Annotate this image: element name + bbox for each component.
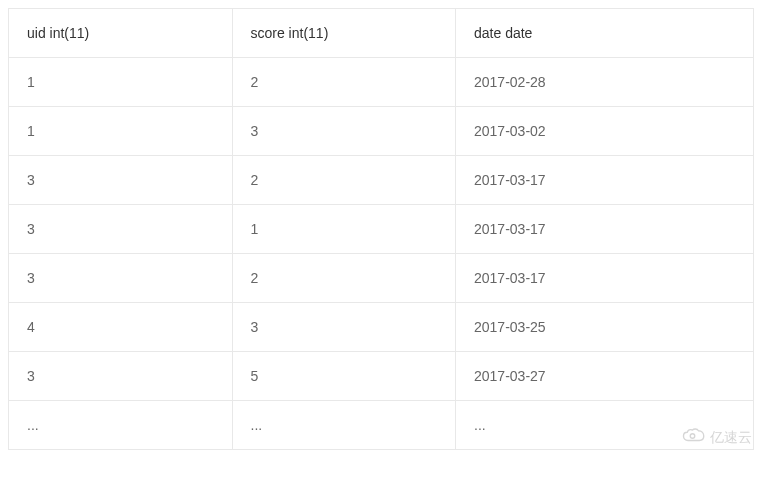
cell-uid: 3 xyxy=(9,254,233,303)
cell-score: ... xyxy=(232,401,456,450)
cell-uid: 1 xyxy=(9,107,233,156)
column-header-uid: uid int(11) xyxy=(9,9,233,58)
column-header-date: date date xyxy=(456,9,754,58)
cell-uid: 3 xyxy=(9,205,233,254)
table-row: 3 2 2017-03-17 xyxy=(9,254,754,303)
cell-uid: 1 xyxy=(9,58,233,107)
table-row: 3 5 2017-03-27 xyxy=(9,352,754,401)
table-row: 3 1 2017-03-17 xyxy=(9,205,754,254)
cell-uid: 3 xyxy=(9,352,233,401)
data-table: uid int(11) score int(11) date date 1 2 … xyxy=(8,8,754,450)
cell-score: 2 xyxy=(232,58,456,107)
cell-date: 2017-03-17 xyxy=(456,254,754,303)
cell-date: 2017-02-28 xyxy=(456,58,754,107)
cell-score: 3 xyxy=(232,303,456,352)
cell-date: 2017-03-17 xyxy=(456,156,754,205)
cell-date: 2017-03-02 xyxy=(456,107,754,156)
cell-score: 3 xyxy=(232,107,456,156)
table-row: 4 3 2017-03-25 xyxy=(9,303,754,352)
column-header-score: score int(11) xyxy=(232,9,456,58)
table-header-row: uid int(11) score int(11) date date xyxy=(9,9,754,58)
cell-score: 1 xyxy=(232,205,456,254)
table-row: 1 2 2017-02-28 xyxy=(9,58,754,107)
cell-uid: 4 xyxy=(9,303,233,352)
cell-uid: ... xyxy=(9,401,233,450)
cell-score: 2 xyxy=(232,156,456,205)
cell-date: 2017-03-27 xyxy=(456,352,754,401)
table-row: 1 3 2017-03-02 xyxy=(9,107,754,156)
cell-date: ... xyxy=(456,401,754,450)
table-row: ... ... ... xyxy=(9,401,754,450)
cell-date: 2017-03-25 xyxy=(456,303,754,352)
cell-score: 5 xyxy=(232,352,456,401)
cell-uid: 3 xyxy=(9,156,233,205)
table-row: 3 2 2017-03-17 xyxy=(9,156,754,205)
cell-date: 2017-03-17 xyxy=(456,205,754,254)
cell-score: 2 xyxy=(232,254,456,303)
